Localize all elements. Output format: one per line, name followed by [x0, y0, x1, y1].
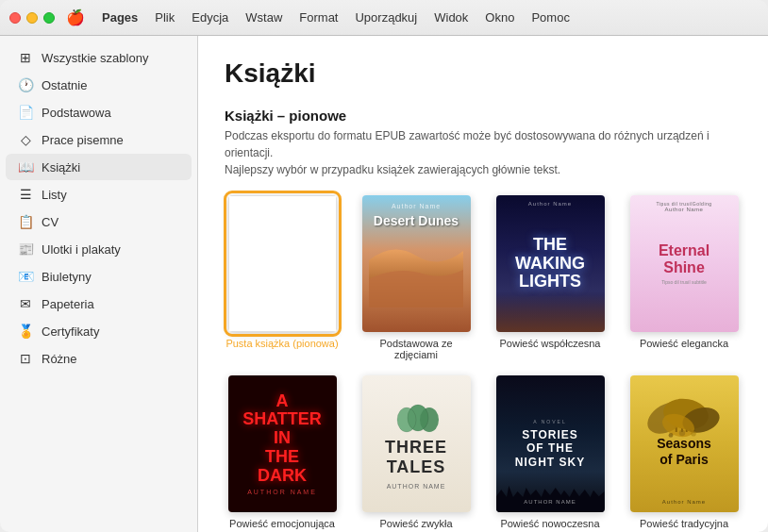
flyer-icon: 📰: [17, 241, 34, 258]
template-label-nightsky: Powieść nowoczesna: [500, 518, 599, 529]
tales-title: THREE TALES: [370, 438, 463, 477]
menu-pomoc[interactable]: Pomoc: [524, 8, 576, 27]
paris-author: Author Name: [662, 499, 706, 505]
menu-uporzadkuj[interactable]: Uporządkuj: [347, 8, 425, 27]
menu-widok[interactable]: Widok: [426, 8, 476, 27]
desert-title: Desert Dunes: [374, 213, 459, 228]
sidebar-item-stationery[interactable]: ✉ Papeteria: [6, 291, 192, 317]
book-icon: 📖: [17, 158, 34, 175]
menu-pages[interactable]: Pages: [94, 8, 145, 27]
section-title: Książki – pionowe: [225, 108, 742, 124]
grid-icon: ⊞: [17, 49, 34, 66]
menu-wstaw[interactable]: Wstaw: [238, 8, 290, 27]
sidebar-item-all[interactable]: ⊞ Wszystkie szablony: [6, 44, 192, 71]
svg-point-9: [679, 430, 685, 436]
template-item-shatter[interactable]: ASHATTERINTHEDARK AUTHOR NAME Powieść em…: [225, 375, 340, 529]
shine-author-name: Author Name: [665, 207, 704, 212]
menu-format[interactable]: Format: [292, 8, 345, 27]
template-label-shine: Powieść elegancka: [640, 338, 728, 349]
apple-logo-icon[interactable]: 🍎: [66, 8, 85, 26]
sidebar-item-label: Papeteria: [42, 297, 94, 311]
sidebar-item-cv[interactable]: 📋 CV: [6, 208, 192, 235]
tales-author: AUTHOR NAME: [387, 483, 446, 490]
template-label-paris: Powieść tradycyjna: [640, 518, 728, 529]
template-item-tales[interactable]: THREE TALES AUTHOR NAME Powieść zwykła: [359, 375, 474, 529]
shatter-title: ASHATTERINTHEDARK: [242, 392, 322, 486]
sidebar-item-newsletters[interactable]: 📧 Biuletyny: [6, 263, 192, 290]
sidebar-item-label: Prace pisemne: [42, 133, 124, 147]
newsletter-icon: 📧: [17, 268, 34, 285]
menu-bar: 🍎 Pages Plik Edycja Wstaw Format Uporząd…: [66, 8, 759, 27]
main-layout: ⊞ Wszystkie szablony 🕐 Ostatnie 📄 Podsta…: [0, 36, 768, 532]
sidebar-item-label: Ostatnie: [42, 78, 87, 92]
sidebar-item-label: Książki: [42, 160, 80, 175]
template-item-paris[interactable]: TheSeasonsof Paris Author Name Powieść t…: [626, 375, 742, 529]
traffic-lights: [9, 12, 55, 24]
template-label-shatter: Powieść emocjonująca: [229, 518, 335, 529]
menu-okno[interactable]: Okno: [477, 8, 522, 27]
template-item-waking[interactable]: Author Name THEWAKINGLIGHTS Powieść wspó…: [493, 195, 608, 360]
city-lights: [496, 294, 605, 332]
sidebar-item-recent[interactable]: 🕐 Ostatnie: [6, 72, 192, 98]
section-description: Podczas eksportu do formatu EPUB zawarto…: [225, 127, 742, 178]
sidebar-item-label: Wszystkie szablony: [42, 51, 148, 65]
svg-point-10: [669, 433, 674, 438]
desert-author: Author Name: [392, 203, 441, 209]
leaves-svg: [641, 385, 727, 451]
menu-edycja[interactable]: Edycja: [184, 8, 236, 27]
template-item-desert[interactable]: Author Name Desert Dunes: [359, 195, 474, 360]
template-cover-tales: THREE TALES AUTHOR NAME: [362, 375, 471, 512]
sidebar-item-label: Biuletyny: [42, 270, 92, 284]
fullscreen-button[interactable]: [43, 12, 55, 24]
leaf-cluster: [641, 385, 727, 451]
nightsky-novel-label: A Novel: [533, 419, 566, 424]
sidebar-item-certificates[interactable]: 🏅 Certyfikaty: [6, 318, 192, 344]
cover-tales-art: THREE TALES AUTHOR NAME: [362, 375, 471, 512]
shatter-sub: AUTHOR NAME: [247, 489, 317, 495]
template-cover-empty: [228, 195, 337, 332]
sidebar: ⊞ Wszystkie szablony 🕐 Ostatnie 📄 Podsta…: [0, 36, 198, 532]
sidebar-item-label: CV: [42, 215, 58, 229]
shine-title: EternalShine: [659, 242, 710, 275]
template-cover-shine: Tipus dil trusilGoldingAuthor Name Etern…: [630, 195, 739, 332]
menu-plik[interactable]: Plik: [147, 8, 182, 27]
sidebar-item-label: Podstawowa: [42, 106, 111, 120]
template-cover-desert: Author Name Desert Dunes: [362, 195, 471, 332]
cover-shatter-art: ASHATTERINTHEDARK AUTHOR NAME: [228, 375, 337, 512]
template-cover-paris: TheSeasonsof Paris Author Name: [630, 375, 739, 512]
template-label-empty: Pusta książka (pionowa): [225, 338, 338, 349]
sidebar-item-label: Listy: [42, 188, 67, 202]
cover-desert-art: Author Name Desert Dunes: [362, 195, 471, 332]
sidebar-item-misc[interactable]: ⊡ Różne: [6, 345, 192, 372]
template-cover-nightsky: A Novel STORIESOF THENIGHT SKY AUTHOR NA…: [496, 375, 605, 512]
svg-point-11: [691, 431, 696, 437]
template-item-shine[interactable]: Tipus dil trusilGoldingAuthor Name Etern…: [626, 195, 742, 360]
template-label-waking: Powieść współczesna: [500, 338, 601, 349]
sidebar-item-flyers[interactable]: 📰 Ulotki i plakaty: [6, 236, 192, 262]
cover-paris-art: TheSeasonsof Paris Author Name: [630, 375, 739, 512]
sidebar-item-label: Ulotki i plakaty: [42, 242, 121, 257]
stationery-icon: ✉: [17, 295, 34, 312]
clock-icon: 🕐: [17, 76, 34, 93]
sidebar-item-writing[interactable]: ◇ Prace pisemne: [6, 126, 192, 153]
cover-nightsky-art: A Novel STORIESOF THENIGHT SKY AUTHOR NA…: [496, 375, 605, 512]
document-icon: 📄: [17, 104, 34, 121]
title-bar: 🍎 Pages Plik Edycja Wstaw Format Uporząd…: [0, 0, 768, 36]
shine-author-top: Tipus dil trusilGoldingAuthor Name: [630, 201, 739, 212]
sidebar-item-basic[interactable]: 📄 Podstawowa: [6, 99, 192, 125]
nightsky-title: STORIESOF THENIGHT SKY: [515, 428, 585, 469]
template-cover-waking: Author Name THEWAKINGLIGHTS: [496, 195, 605, 332]
writing-icon: ◇: [17, 131, 34, 148]
template-item-nightsky[interactable]: A Novel STORIESOF THENIGHT SKY AUTHOR NA…: [493, 375, 608, 529]
trees-silhouette: [496, 474, 605, 512]
desert-dunes-svg: [369, 232, 463, 308]
sidebar-item-label: Certyfikaty: [42, 324, 99, 339]
sidebar-item-lists[interactable]: ☰ Listy: [6, 181, 192, 208]
sidebar-item-books[interactable]: 📖 Książki: [6, 154, 192, 180]
eggs-svg: [388, 399, 444, 437]
nightsky-author: AUTHOR NAME: [524, 499, 576, 505]
template-item-empty[interactable]: Pusta książka (pionowa): [225, 195, 340, 360]
minimize-button[interactable]: [26, 12, 38, 24]
close-button[interactable]: [9, 12, 21, 24]
content-area: Książki Książki – pionowe Podczas ekspor…: [198, 36, 768, 532]
